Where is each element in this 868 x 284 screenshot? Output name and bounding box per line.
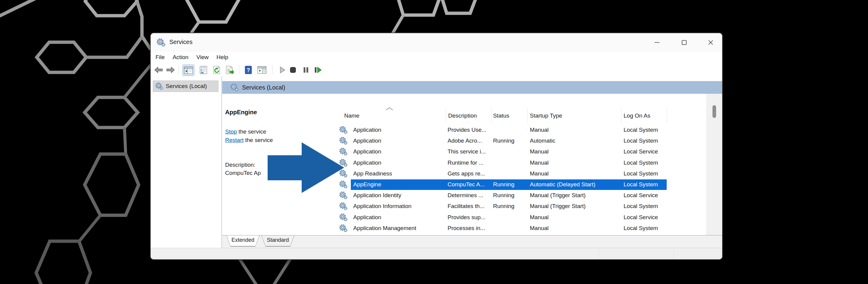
restart-service-button[interactable] [312,65,323,75]
export-list-icon [225,66,234,74]
cell-name: AppEngine [353,181,381,188]
service-row-application-management[interactable]: Application ManagementProcesses in...Man… [338,223,706,234]
back-button[interactable] [153,65,164,75]
services-gear-icon [155,82,163,90]
service-row-application[interactable]: ApplicationThis service i...ManualLocal … [338,147,706,157]
tree-root-services-local[interactable]: Services (Local) [153,81,218,92]
window-tree-icon [184,66,193,74]
list-rows: ApplicationProvides Use...ManualLocal Sy… [338,125,706,235]
service-row-application[interactable]: ApplicationAdobe Acro...RunningAutomatic… [338,136,706,147]
tab-extended[interactable]: Extended [226,235,259,247]
service-gear-icon [339,224,348,233]
panel-header-label: Services (Local) [242,84,285,91]
column-header-description[interactable]: Description [448,113,477,119]
maximize-button[interactable] [675,36,693,49]
service-gear-icon [339,202,348,211]
services-main-panel: Services (Local) AppEngine Stop the serv… [222,76,722,248]
cell-name: Application [353,214,381,221]
stop-service-link[interactable]: Stop [225,128,237,135]
cell-name: Application [353,148,381,155]
properties-button[interactable] [198,65,209,75]
cell-name: Application [353,159,381,166]
cell-logon: Local System [624,159,658,166]
cell-status: Running [493,203,515,210]
cell-desc: Determines ... [447,192,483,199]
arrow-right-icon [166,66,175,74]
close-icon [708,39,714,45]
window-pane-icon [257,66,267,74]
cell-desc: Runtime for ... [447,159,484,166]
menu-item-file[interactable]: File [152,52,169,61]
cell-start: Manual [530,159,549,166]
tab-standard[interactable]: Standard [261,235,294,247]
menu-item-help[interactable]: Help [213,52,232,61]
pause-service-button[interactable] [300,65,312,75]
maximize-icon [681,39,687,45]
properties-icon [199,66,208,74]
cell-start: Manual [530,127,549,133]
column-header-status[interactable]: Status [493,113,509,119]
stop-icon [288,66,298,74]
service-row-app-readiness[interactable]: App ReadinessGets apps re...ManualLocal … [338,168,706,179]
tab-label: Extended [226,237,259,243]
title-bar[interactable]: Services [151,33,722,52]
restart-icon [313,66,322,74]
cell-logon: Local Service [624,214,658,221]
cell-status: Running [493,137,515,144]
service-row-application[interactable]: ApplicationProvides sup...ManualLocal Se… [338,212,706,223]
cell-logon: Local System [624,225,658,231]
service-row-application-information[interactable]: Application InformationFacilitates th...… [338,201,706,212]
service-gear-icon [339,136,348,145]
forward-button[interactable] [165,65,176,75]
status-divider [674,250,674,258]
minimize-icon [654,39,660,45]
column-divider [527,108,528,123]
cell-desc: CompuTec A... [447,181,485,188]
scrollbar-thumb[interactable] [712,105,716,118]
cell-start: Manual [530,170,549,177]
export-list-button[interactable] [224,65,236,75]
service-row-application-identity[interactable]: Application IdentityDetermines ...Runnin… [338,190,706,201]
restart-service-link[interactable]: Restart [225,137,244,143]
service-gear-icon [339,169,348,178]
cell-desc: Processes in... [447,225,485,231]
column-header-startup-type[interactable]: Startup Type [530,113,562,119]
cell-logon: Local System [624,181,658,188]
service-row-appengine[interactable]: AppEngineCompuTec A...RunningAutomatic (… [338,179,706,190]
service-gear-icon [339,213,348,222]
service-gear-icon [339,191,348,200]
sort-ascending-icon [385,107,394,111]
service-gear-icon [339,125,348,134]
close-button[interactable] [702,36,720,49]
menu-item-view[interactable]: View [192,52,213,61]
desktop-background: Services FileActionViewHelp ? Services (… [0,0,868,284]
cell-logon: Local System [624,127,658,133]
cell-logon: Local System [624,203,658,210]
help-button[interactable]: ? [243,65,254,75]
column-header-log-on-as[interactable]: Log On As [624,113,650,119]
service-gear-icon [339,147,348,156]
cell-start: Automatic (Delayed Start) [530,181,595,188]
menu-item-action[interactable]: Action [169,52,193,61]
start-service-button[interactable] [276,65,288,75]
cell-desc: This service i... [447,148,486,155]
svg-text:?: ? [247,67,250,73]
service-row-application[interactable]: ApplicationRuntime for ...ManualLocal Sy… [338,158,706,168]
column-header-name[interactable]: Name [344,113,360,119]
cell-start: Manual [530,225,549,231]
cell-name: Application Identity [353,192,401,199]
show-hide-action-pane-button[interactable] [256,65,268,75]
vertical-scrollbar[interactable] [707,94,722,235]
toolbar-separator [239,65,239,74]
cell-desc: Adobe Acro... [447,137,482,144]
description-value: CompuTec Ap [225,170,261,177]
cell-desc: Provides sup... [447,214,486,221]
stop-service-button[interactable] [287,65,299,75]
column-divider [491,108,492,123]
cell-name: App Readiness [353,170,392,177]
refresh-button[interactable] [211,65,222,75]
play-icon [278,66,287,74]
minimize-button[interactable] [648,36,666,49]
service-row-application[interactable]: ApplicationProvides Use...ManualLocal Sy… [338,125,706,136]
show-hide-console-tree-button[interactable] [182,65,194,76]
